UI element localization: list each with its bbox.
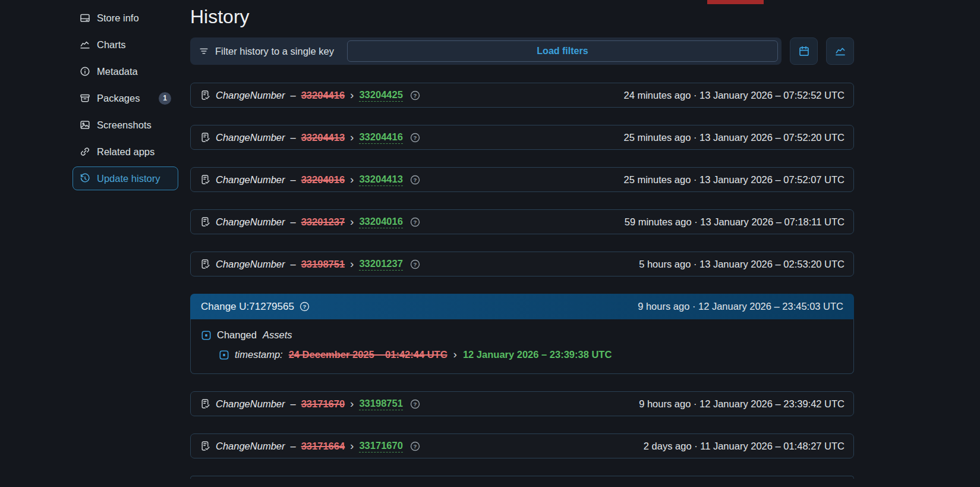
old-value: 33201237 xyxy=(301,216,345,228)
file-check-icon xyxy=(200,259,210,269)
help-icon[interactable]: ? xyxy=(410,133,420,143)
dash-separator: – xyxy=(290,398,295,410)
row-change: ChangeNumber – 33204416 › 33204425 ? xyxy=(200,89,420,102)
old-value: 33171670 xyxy=(301,398,345,410)
row-change: ChangeNumber – 33171670 › 33198751 ? xyxy=(200,398,420,410)
changed-label: Changed xyxy=(217,329,257,341)
change-group-title-wrap: Change U:71279565 ? xyxy=(201,301,310,313)
arrow-separator: › xyxy=(350,89,354,102)
sidebar-item-label: Update history xyxy=(97,173,160,184)
filter-bar: Filter history to a single key Load filt… xyxy=(190,37,782,65)
main-content: History Filter history to a single key L… xyxy=(190,0,854,479)
sidebar-item-related-apps[interactable]: Related apps xyxy=(73,140,178,164)
sidebar-item-metadata[interactable]: Metadata xyxy=(73,59,178,83)
sidebar-item-label: Related apps xyxy=(97,146,155,158)
sidebar-item-store-info[interactable]: Store info xyxy=(73,6,178,30)
change-field: ChangeNumber xyxy=(216,216,285,228)
history-row: ChangeNumber – 33198751 › 33201237 ? 5 h… xyxy=(190,252,854,277)
svg-text:?: ? xyxy=(303,303,307,310)
load-filters-button[interactable]: Load filters xyxy=(537,46,588,56)
partial-next-row xyxy=(190,476,854,479)
row-timestamp: 25 minutes ago · 13 January 2026 – 07:52… xyxy=(624,174,844,186)
row-change: ChangeNumber – 33171664 › 33171670 ? xyxy=(200,440,420,453)
row-change: ChangeNumber – 33204016 › 33204413 ? xyxy=(200,174,420,186)
file-check-icon xyxy=(200,174,210,185)
change-group: Change U:71279565 ? 9 hours ago · 12 Jan… xyxy=(190,294,854,374)
change-group-timestamp: 9 hours ago · 12 January 2026 – 23:45:03… xyxy=(638,301,843,312)
row-change: ChangeNumber – 33204413 › 33204416 ? xyxy=(200,131,420,144)
svg-text:?: ? xyxy=(413,401,417,407)
new-value: 12 January 2026 – 23:39:38 UTC xyxy=(463,349,612,360)
change-field: ChangeNumber xyxy=(216,259,285,270)
svg-text:?: ? xyxy=(413,261,417,268)
changed-assets-line: Changed Assets xyxy=(201,329,843,341)
old-value: 33171664 xyxy=(301,441,345,452)
new-value-link[interactable]: 33201237 xyxy=(359,258,402,271)
help-icon[interactable]: ? xyxy=(410,90,420,100)
dash-separator: – xyxy=(290,216,295,228)
page-title: History xyxy=(190,6,854,28)
sidebar-item-screenshots[interactable]: Screenshots xyxy=(73,113,178,137)
sidebar-item-label: Metadata xyxy=(97,66,138,77)
sidebar-item-charts[interactable]: Charts xyxy=(73,33,178,56)
sidebar-item-packages[interactable]: Packages 1 xyxy=(73,86,178,110)
change-group-header: Change U:71279565 ? 9 hours ago · 12 Jan… xyxy=(190,294,854,319)
file-check-icon xyxy=(200,216,210,227)
store-icon xyxy=(80,12,90,23)
calendar-button[interactable] xyxy=(790,37,818,65)
row-change: ChangeNumber – 33198751 › 33201237 ? xyxy=(200,258,420,271)
charts-icon xyxy=(80,39,90,50)
help-icon[interactable]: ? xyxy=(410,217,420,227)
row-timestamp: 59 minutes ago · 13 January 2026 – 07:18… xyxy=(625,216,844,228)
svg-text:?: ? xyxy=(413,177,417,183)
new-value-link[interactable]: 33198751 xyxy=(359,398,402,410)
history-row: ChangeNumber – 33171670 › 33198751 ? 9 h… xyxy=(190,391,854,416)
chart-view-button[interactable] xyxy=(826,37,854,65)
history-row: ChangeNumber – 33204016 › 33204413 ? 25 … xyxy=(190,167,854,192)
sidebar-item-update-history[interactable]: Update history xyxy=(73,166,178,190)
packages-icon xyxy=(80,93,90,103)
update-history-icon xyxy=(80,173,90,184)
arrow-separator: › xyxy=(350,258,354,271)
old-value: 33204016 xyxy=(301,174,345,186)
new-value-link[interactable]: 33204425 xyxy=(359,89,402,102)
new-value-link[interactable]: 33204413 xyxy=(359,174,402,186)
new-value-link[interactable]: 33204416 xyxy=(359,131,402,144)
arrow-separator: › xyxy=(350,440,354,453)
change-field: ChangeNumber xyxy=(216,441,285,452)
dash-separator: – xyxy=(290,132,295,143)
new-value-link[interactable]: 33171670 xyxy=(359,440,402,453)
dash-separator: – xyxy=(290,259,295,270)
filter-key-select[interactable]: Load filters xyxy=(347,40,778,62)
file-check-icon xyxy=(200,132,210,143)
help-icon[interactable]: ? xyxy=(410,259,420,269)
help-icon[interactable]: ? xyxy=(410,175,420,185)
sub-field-label: timestamp: xyxy=(235,349,283,360)
row-timestamp: 5 hours ago · 13 January 2026 – 02:53:20… xyxy=(639,259,844,270)
row-timestamp: 24 minutes ago · 13 January 2026 – 07:52… xyxy=(624,90,844,101)
line-chart-icon xyxy=(834,45,846,57)
help-icon[interactable]: ? xyxy=(300,301,310,312)
changed-field: Assets xyxy=(263,329,292,341)
metadata-icon xyxy=(80,66,90,77)
help-icon[interactable]: ? xyxy=(410,399,420,409)
sidebar-item-label: Store info xyxy=(97,12,139,24)
change-field: ChangeNumber xyxy=(216,174,285,186)
change-field: ChangeNumber xyxy=(216,90,285,101)
file-check-icon xyxy=(200,90,210,100)
calendar-icon xyxy=(798,45,810,57)
help-icon[interactable]: ? xyxy=(410,441,420,451)
history-list: ChangeNumber – 33204416 › 33204425 ? 24 … xyxy=(190,83,854,479)
new-value-link[interactable]: 33204016 xyxy=(359,216,402,228)
change-field: ChangeNumber xyxy=(216,398,285,410)
row-timestamp: 25 minutes ago · 13 January 2026 – 07:52… xyxy=(624,132,844,143)
dash-separator: – xyxy=(290,174,295,186)
change-field: ChangeNumber xyxy=(216,132,285,143)
change-group-body: Changed Assets timestamp: 24 December 20… xyxy=(190,319,854,374)
history-row: ChangeNumber – 33201237 › 33204016 ? 59 … xyxy=(190,209,854,234)
arrow-separator: › xyxy=(350,216,354,228)
filter-icon xyxy=(198,46,209,56)
screenshots-icon xyxy=(80,120,90,130)
arrow-separator: › xyxy=(453,348,457,361)
filter-label: Filter history to a single key xyxy=(215,46,334,57)
